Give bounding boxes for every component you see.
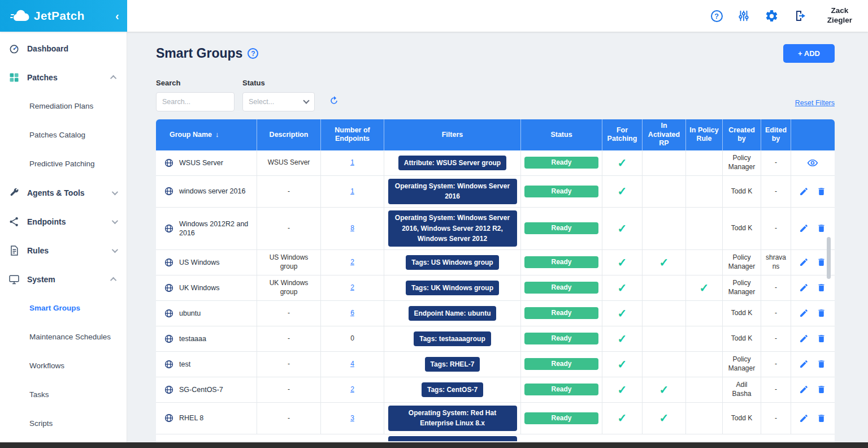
page-help-icon[interactable]: ?	[248, 48, 258, 59]
delete-icon[interactable]	[817, 385, 826, 394]
endpoints-count-link[interactable]: 8	[350, 224, 354, 233]
sidebar-item-rules[interactable]: Rules	[0, 236, 127, 265]
edit-icon[interactable]	[799, 359, 809, 369]
for-patching-cell: ✓	[602, 250, 643, 275]
in-policy-rule-cell: ✓	[686, 403, 723, 434]
status-badge: Ready	[524, 157, 598, 169]
globe-icon	[164, 308, 174, 318]
sidebar-item-patches-catalog[interactable]: Patches Catalog	[0, 120, 127, 149]
endpoints-count-link[interactable]: 2	[350, 385, 354, 394]
filters-cell: Operating System: Windows Server 2016, W…	[384, 208, 521, 249]
endpoints-count-link[interactable]: 3	[350, 414, 354, 423]
sidebar-item-agents-tools[interactable]: Agents & Tools	[0, 178, 127, 207]
edit-icon[interactable]	[799, 283, 809, 292]
sidebar-item-dashboard[interactable]: Dashboard	[0, 34, 127, 63]
globe-icon	[164, 283, 174, 293]
dashboard-icon	[8, 43, 20, 54]
in-policy-rule-cell: ✓	[686, 377, 723, 402]
status-select[interactable]	[242, 92, 315, 111]
user-menu[interactable]: Zack Ziegler	[827, 6, 852, 25]
endpoints-count-link[interactable]: 6	[350, 309, 354, 318]
delete-icon[interactable]	[817, 283, 826, 292]
settings-button[interactable]	[765, 9, 779, 23]
sidebar-item-workflows[interactable]: Workflows	[0, 351, 127, 380]
smart-groups-table: Group Name ↓ Description Number of Endpo…	[156, 119, 835, 448]
group-name-cell: SG-CentOS-7	[156, 377, 257, 402]
endpoints-count-link[interactable]: 1	[350, 158, 354, 167]
sidebar-item-tasks[interactable]: Tasks	[0, 380, 127, 409]
sort-descending-icon[interactable]: ↓	[215, 130, 219, 139]
sidebar-item-maintenance-schedules[interactable]: Maintenance Schedules	[0, 322, 127, 351]
view-icon[interactable]	[807, 157, 818, 169]
status-cell: Ready	[521, 326, 602, 351]
delete-icon[interactable]	[817, 308, 826, 318]
group-name: windows server 2016	[179, 187, 245, 196]
status-cell: Ready	[521, 150, 602, 175]
group-name: testaaaa	[179, 334, 206, 343]
sidebar-item-endpoints[interactable]: Endpoints	[0, 207, 127, 236]
sidebar-item-predictive-patching[interactable]: Predictive Patching	[0, 149, 127, 178]
for-patching-cell: ✓	[602, 403, 643, 434]
edit-icon[interactable]	[799, 257, 809, 267]
refresh-button[interactable]	[328, 95, 340, 109]
endpoints-cell: 1 1	[321, 150, 384, 175]
delete-icon[interactable]	[817, 257, 826, 267]
table-scrollbar[interactable]	[827, 237, 831, 279]
sidebar-item-scripts[interactable]: Scripts	[0, 409, 127, 438]
filter-pill: Tags: CentOS-7	[422, 382, 483, 398]
for-patching-cell: ✓	[602, 377, 643, 402]
status-badge: Ready	[524, 412, 598, 424]
filters-cell: Attribute: WSUS Server group	[384, 150, 521, 175]
sliders-icon	[737, 10, 750, 22]
globe-icon	[164, 257, 174, 268]
sidebar-item-smart-groups[interactable]: Smart Groups	[0, 294, 127, 322]
for-patching-cell: ✓	[602, 176, 643, 207]
endpoints-count-link[interactable]: 4	[350, 360, 354, 369]
delete-icon[interactable]	[817, 413, 826, 423]
help-button[interactable]: ?	[711, 10, 723, 22]
in-activated-rp-cell: ✓	[643, 250, 686, 275]
rules-document-icon	[8, 245, 20, 256]
delete-icon[interactable]	[817, 334, 826, 343]
edited-by-cell: -	[761, 352, 791, 377]
for-patching-cell: ✓	[602, 326, 643, 351]
sidebar-item-patches[interactable]: Patches	[0, 63, 127, 92]
endpoints-count-link[interactable]: 1	[350, 187, 354, 196]
filters-cell: Operating System: Red Hat Enterprise Lin…	[384, 403, 521, 434]
delete-icon[interactable]	[817, 359, 826, 369]
edit-icon[interactable]	[799, 187, 809, 196]
in-activated-rp-cell: ✓	[643, 352, 686, 377]
in-policy-rule-cell: ✓	[686, 176, 723, 207]
sidebar-collapse-button[interactable]: ‹	[115, 10, 119, 23]
endpoints-count-link[interactable]: 2	[350, 258, 354, 267]
delete-icon[interactable]	[817, 223, 826, 233]
wrench-icon	[8, 187, 20, 199]
add-button[interactable]: + ADD	[783, 44, 835, 63]
edit-icon[interactable]	[799, 223, 809, 233]
search-input[interactable]	[156, 92, 235, 111]
group-name-cell: windows server 2016	[156, 176, 257, 207]
delete-icon[interactable]	[817, 187, 826, 196]
sidebar-item-label: Dashboard	[27, 44, 68, 53]
sidebar-item-system[interactable]: System	[0, 265, 127, 294]
col-group-name[interactable]: Group Name ↓	[156, 119, 257, 150]
col-description: Description	[257, 119, 321, 150]
search-label: Search	[156, 79, 235, 87]
edit-icon[interactable]	[799, 308, 809, 318]
description-cell: -	[257, 326, 321, 351]
logout-button[interactable]	[793, 9, 807, 23]
edit-icon[interactable]	[799, 413, 809, 423]
check-icon: ✓	[618, 357, 627, 372]
status-badge: Ready	[524, 384, 598, 395]
endpoints-count-link[interactable]: 2	[350, 283, 354, 292]
reset-filters-link[interactable]: Reset Filters	[795, 99, 835, 107]
edit-icon[interactable]	[799, 385, 809, 394]
edit-icon[interactable]	[799, 334, 809, 343]
created-by-cell: Todd K	[723, 403, 761, 434]
filters-settings-button[interactable]	[737, 10, 750, 22]
actions-cell	[791, 352, 834, 377]
filter-pill: Tags: RHEL-7	[425, 357, 480, 372]
sidebar-item-remediation-plans[interactable]: Remediation Plans	[0, 92, 127, 120]
help-icon: ?	[711, 10, 723, 22]
created-by-cell: Todd K	[723, 326, 761, 351]
